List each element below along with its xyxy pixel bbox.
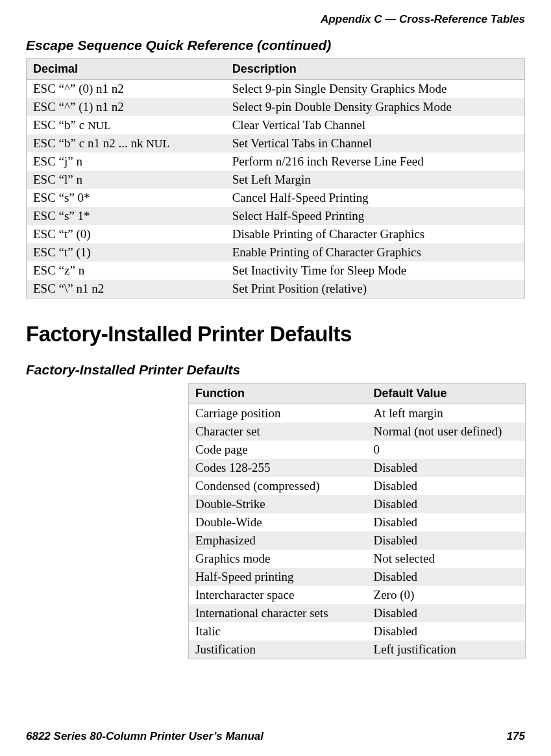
cell-function: Carriage position: [189, 404, 367, 423]
cell-function: Emphasized: [189, 531, 367, 550]
cell-decimal: ESC “l” n: [27, 171, 226, 189]
cell-description: Set Inactivity Time for Sleep Mode: [226, 262, 525, 280]
table-row: Half-Speed printingDisabled: [189, 568, 526, 586]
table-row: International character setsDisabled: [189, 604, 526, 622]
cell-decimal: ESC “j” n: [27, 152, 226, 171]
table-row: ESC “^” (1) n1 n2Select 9-pin Double Den…: [27, 98, 525, 116]
cell-description: Cancel Half-Speed Printing: [226, 189, 525, 207]
col-decimal: Decimal: [27, 59, 226, 80]
table-row: ESC “\” n1 n2Set Print Position (relativ…: [27, 280, 525, 299]
cell-decimal: ESC “t” (1): [27, 243, 226, 262]
cell-function: Half-Speed printing: [189, 568, 367, 586]
cell-decimal: ESC “b” c NUL: [27, 116, 226, 134]
table-row: ESC “t” (1)Enable Printing of Character …: [27, 243, 525, 262]
cell-description: Select 9-pin Double Density Graphics Mod…: [226, 98, 525, 116]
section-title-defaults: Factory-Installed Printer Defaults: [26, 362, 525, 378]
footer-page-number: 175: [507, 730, 525, 743]
table-row: Condensed (compressed)Disabled: [189, 477, 526, 495]
heading-factory-defaults: Factory-Installed Printer Defaults: [26, 322, 525, 347]
table-row: Carriage positionAt left margin: [189, 404, 526, 423]
cell-default-value: Not selected: [367, 550, 526, 568]
table-row: ESC “t” (0)Disable Printing of Character…: [27, 225, 525, 243]
table-row: ESC “z” nSet Inactivity Time for Sleep M…: [27, 262, 525, 280]
cell-default-value: 0: [367, 441, 526, 459]
cell-default-value: Disabled: [367, 568, 526, 586]
cell-decimal: ESC “z” n: [27, 262, 226, 280]
table-row: ESC “^” (0) n1 n2Select 9-pin Single Den…: [27, 80, 525, 99]
cell-decimal: ESC “\” n1 n2: [27, 280, 226, 299]
cell-description: Disable Printing of Character Graphics: [226, 225, 525, 243]
cell-description: Select 9-pin Single Density Graphics Mod…: [226, 80, 525, 99]
cell-default-value: Left justification: [367, 640, 526, 659]
cell-function: Italic: [189, 622, 367, 640]
cell-function: Character set: [189, 422, 367, 441]
cell-decimal: ESC “^” (1) n1 n2: [27, 98, 226, 116]
table-row: Codes 128-255Disabled: [189, 459, 526, 477]
table-row: JustificationLeft justification: [189, 640, 526, 659]
cell-default-value: Disabled: [367, 622, 526, 640]
cell-default-value: Disabled: [367, 513, 526, 531]
table-row: ESC “b” c NULClear Vertical Tab Channel: [27, 116, 525, 134]
cell-function: Code page: [189, 441, 367, 459]
table-row: Double-WideDisabled: [189, 513, 526, 531]
escape-sequence-table: Decimal Description ESC “^” (0) n1 n2Sel…: [26, 58, 525, 299]
section-title-escape: Escape Sequence Quick Reference (continu…: [26, 38, 525, 53]
cell-default-value: Disabled: [367, 604, 526, 622]
table-row: Character setNormal (not user defined): [189, 422, 526, 441]
cell-default-value: Disabled: [367, 477, 526, 495]
cell-description: Select Half-Speed Printing: [226, 207, 525, 225]
col-default-value: Default Value: [367, 384, 526, 404]
cell-decimal: ESC “^” (0) n1 n2: [27, 80, 226, 99]
table-row: Double-StrikeDisabled: [189, 495, 526, 513]
cell-default-value: Zero (0): [367, 586, 526, 604]
cell-function: International character sets: [189, 604, 367, 622]
cell-function: Double-Strike: [189, 495, 367, 513]
col-description: Description: [226, 59, 525, 80]
running-header: Appendix C — Cross-Reference Tables: [26, 13, 525, 26]
cell-description: Perform n/216 inch Reverse Line Feed: [226, 152, 525, 171]
cell-default-value: Disabled: [367, 531, 526, 550]
cell-default-value: Disabled: [367, 459, 526, 477]
cell-function: Codes 128-255: [189, 459, 367, 477]
defaults-table: Function Default Value Carriage position…: [188, 383, 526, 659]
table-row: Graphics modeNot selected: [189, 550, 526, 568]
cell-function: Intercharacter space: [189, 586, 367, 604]
table-row: ESC “b” c n1 n2 ... nk NULSet Vertical T…: [27, 134, 525, 152]
cell-description: Enable Printing of Character Graphics: [226, 243, 525, 262]
cell-default-value: Normal (not user defined): [367, 422, 526, 441]
table-row: EmphasizedDisabled: [189, 531, 526, 550]
table-row: ItalicDisabled: [189, 622, 526, 640]
table-row: ESC “s” 1*Select Half-Speed Printing: [27, 207, 525, 225]
footer-manual-title: 6822 Series 80-Column Printer User’s Man…: [26, 730, 263, 743]
table-row: ESC “l” nSet Left Margin: [27, 171, 525, 189]
cell-decimal: ESC “t” (0): [27, 225, 226, 243]
cell-function: Double-Wide: [189, 513, 367, 531]
table-row: Intercharacter spaceZero (0): [189, 586, 526, 604]
cell-default-value: Disabled: [367, 495, 526, 513]
cell-default-value: At left margin: [367, 404, 526, 423]
cell-function: Graphics mode: [189, 550, 367, 568]
cell-description: Set Print Position (relative): [226, 280, 525, 299]
cell-decimal: ESC “s” 0*: [27, 189, 226, 207]
col-function: Function: [189, 384, 367, 404]
table-row: Code page0: [189, 441, 526, 459]
table-row: ESC “j” nPerform n/216 inch Reverse Line…: [27, 152, 525, 171]
cell-description: Set Vertical Tabs in Channel: [226, 134, 525, 152]
cell-function: Justification: [189, 640, 367, 659]
cell-decimal: ESC “s” 1*: [27, 207, 226, 225]
cell-description: Clear Vertical Tab Channel: [226, 116, 525, 134]
table-row: ESC “s” 0*Cancel Half-Speed Printing: [27, 189, 525, 207]
cell-decimal: ESC “b” c n1 n2 ... nk NUL: [27, 134, 226, 152]
cell-function: Condensed (compressed): [189, 477, 367, 495]
cell-description: Set Left Margin: [226, 171, 525, 189]
